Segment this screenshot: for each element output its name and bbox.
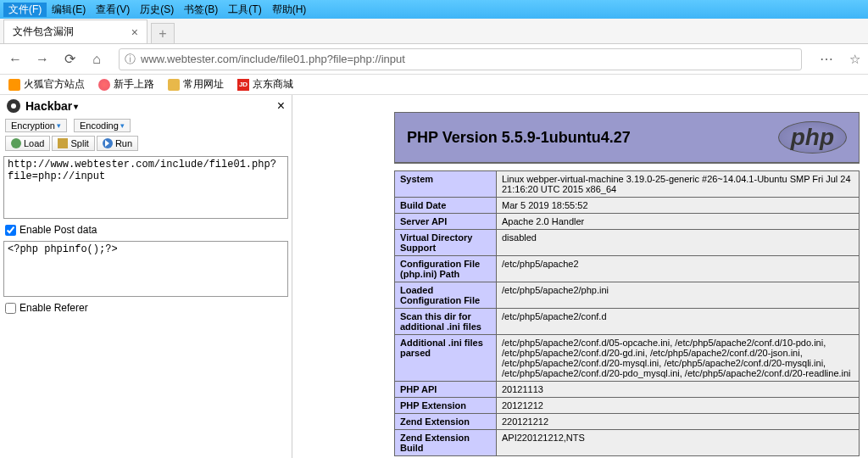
bookmark-common[interactable]: 常用网址 (168, 77, 224, 92)
back-button[interactable]: ← (5, 49, 25, 70)
split-button[interactable]: Split (52, 136, 94, 151)
hackbar-url-textarea[interactable] (3, 156, 288, 219)
load-icon (11, 138, 21, 148)
nav-toolbar: ← → ⟳ ⌂ ⓘ ⋯ ☆ (0, 44, 868, 75)
browser-tab[interactable]: 文件包含漏洞 × (3, 20, 147, 43)
hackbar-title: Hackbar (25, 99, 72, 113)
bookmark-jd[interactable]: JD京东商城 (237, 77, 293, 92)
menu-tools[interactable]: 工具(T) (223, 3, 266, 17)
bookmark-firefox[interactable]: 火狐官方站点 (8, 77, 85, 92)
bookmark-label: 新手上路 (114, 77, 154, 92)
load-label: Load (24, 138, 44, 148)
url-bar[interactable]: ⓘ (119, 48, 802, 70)
table-row: Server APIApache 2.0 Handler (395, 214, 860, 230)
phpinfo-table: SystemLinux webper-virtual-machine 3.19.… (394, 170, 860, 456)
tab-strip: 文件包含漏洞 × + (0, 19, 868, 44)
bookmark-label: 京东商城 (253, 77, 293, 92)
phpinfo-key: Additional .ini files parsed (395, 335, 497, 382)
chevron-down-icon: ▾ (120, 121, 125, 130)
table-row: Zend Extension220121212 (395, 414, 860, 430)
table-row: Loaded Configuration File/etc/php5/apach… (395, 282, 860, 309)
phpinfo-key: Zend Extension (395, 414, 497, 430)
table-row: Additional .ini files parsed/etc/php5/ap… (395, 335, 860, 382)
table-row: SystemLinux webper-virtual-machine 3.19.… (395, 171, 860, 198)
phpinfo-value: disabled (497, 230, 860, 256)
hackbar-post-textarea[interactable] (3, 241, 288, 297)
phpinfo-value: /etc/php5/apache2/php.ini (497, 282, 860, 309)
bookmark-star-icon[interactable]: ☆ (846, 52, 863, 67)
enable-referer-input[interactable] (5, 303, 16, 314)
phpinfo-key: Loaded Configuration File (395, 282, 497, 309)
phpinfo-key: System (395, 171, 497, 198)
table-row: Virtual Directory Supportdisabled (395, 230, 860, 256)
menu-help[interactable]: 帮助(H) (267, 3, 312, 17)
tab-close-icon[interactable]: × (131, 25, 138, 39)
bookmark-label: 常用网址 (183, 77, 224, 92)
hackbar-logo-icon (7, 99, 20, 113)
bookmarks-toolbar: 火狐官方站点 新手上路 常用网址 JD京东商城 (0, 75, 868, 95)
php-logo: php (778, 121, 847, 154)
new-tab-button[interactable]: + (151, 23, 175, 43)
menu-edit[interactable]: 编辑(E) (47, 3, 91, 17)
hackbar-close-icon[interactable]: × (277, 98, 285, 114)
table-row: Zend Extension BuildAPI220121212,NTS (395, 430, 860, 456)
bookmark-label: 火狐官方站点 (24, 77, 85, 92)
encryption-label: Encryption (11, 120, 55, 131)
menu-file[interactable]: 文件(F) (3, 3, 47, 17)
encryption-dropdown[interactable]: Encryption▾ (5, 119, 67, 132)
phpinfo-panel: PHP Version 5.5.9-1ubuntu4.27 php System… (292, 95, 868, 458)
load-button[interactable]: Load (5, 136, 50, 151)
hackbar-toolbar-1: Encryption▾ Encoding▾ (0, 117, 292, 134)
phpinfo-value: /etc/php5/apache2 (497, 256, 860, 282)
url-input[interactable] (141, 53, 796, 65)
phpinfo-value: Mar 5 2019 18:55:52 (497, 198, 860, 214)
enable-post-checkbox[interactable]: Enable Post data (0, 221, 292, 239)
phpinfo-value: /etc/php5/apache2/conf.d/05-opcache.ini,… (497, 335, 860, 382)
site-info-icon[interactable]: ⓘ (125, 52, 136, 67)
menu-view[interactable]: 查看(V) (91, 3, 135, 17)
phpinfo-value: Linux webper-virtual-machine 3.19.0-25-g… (497, 171, 860, 198)
table-row: PHP Extension20121212 (395, 398, 860, 414)
phpinfo-key: PHP API (395, 382, 497, 398)
phpinfo-value: /etc/php5/apache2/conf.d (497, 309, 860, 335)
phpinfo-key: Virtual Directory Support (395, 230, 497, 256)
phpinfo-key: Server API (395, 214, 497, 230)
phpinfo-key: PHP Extension (395, 398, 497, 414)
chevron-down-icon[interactable]: ▾ (74, 102, 78, 111)
encoding-label: Encoding (80, 120, 119, 131)
phpinfo-key: Build Date (395, 198, 497, 214)
phpinfo-value: Apache 2.0 Handler (497, 214, 860, 230)
table-row: Build DateMar 5 2019 18:55:52 (395, 198, 860, 214)
reload-button[interactable]: ⟳ (59, 49, 80, 70)
new-icon (98, 79, 110, 91)
phpinfo-value: 20121212 (497, 398, 860, 414)
tab-title: 文件包含漏洞 (13, 25, 74, 39)
bookmark-getting-started[interactable]: 新手上路 (98, 77, 154, 92)
enable-referer-label: Enable Referer (19, 302, 88, 314)
hackbar-header: Hackbar ▾ × (0, 95, 292, 117)
enable-post-input[interactable] (5, 225, 16, 236)
phpinfo-value: API220121212,NTS (497, 430, 860, 456)
content-area: Hackbar ▾ × Encryption▾ Encoding▾ Load S… (0, 95, 868, 458)
phpinfo-header: PHP Version 5.5.9-1ubuntu4.27 php (395, 113, 859, 163)
table-row: Scan this dir for additional .ini files/… (395, 309, 860, 335)
phpinfo-key: Configuration File (php.ini) Path (395, 256, 497, 282)
hackbar-toolbar-2: Load Split Run (0, 134, 292, 154)
menu-history[interactable]: 历史(S) (135, 3, 179, 17)
phpinfo-key: Scan this dir for additional .ini files (395, 309, 497, 335)
encoding-dropdown[interactable]: Encoding▾ (74, 119, 131, 132)
home-button[interactable]: ⌂ (86, 49, 107, 70)
forward-button[interactable]: → (32, 49, 53, 70)
split-label: Split (70, 138, 88, 148)
run-label: Run (115, 138, 132, 148)
page-actions-icon[interactable]: ⋯ (814, 51, 839, 67)
menu-bookmarks[interactable]: 书签(B) (179, 3, 223, 17)
enable-post-label: Enable Post data (19, 224, 97, 236)
phpinfo-key: Zend Extension Build (395, 430, 497, 456)
enable-referer-checkbox[interactable]: Enable Referer (0, 299, 292, 317)
phpinfo-value: 20121113 (497, 382, 860, 398)
php-version-title: PHP Version 5.5.9-1ubuntu4.27 (407, 129, 631, 147)
phpinfo-box: PHP Version 5.5.9-1ubuntu4.27 php (394, 112, 860, 164)
run-button[interactable]: Run (97, 136, 138, 151)
table-row: PHP API20121113 (395, 382, 860, 398)
